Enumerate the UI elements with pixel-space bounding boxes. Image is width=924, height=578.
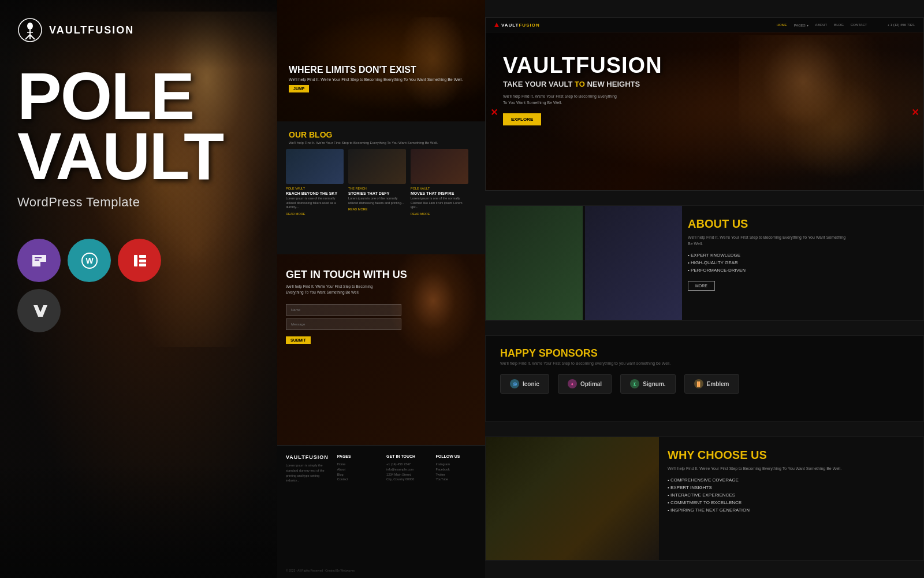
why-content: WHY CHOOSE US We'll help Find It. We're … — [668, 449, 910, 515]
svg-line-4 — [30, 35, 35, 39]
limits-btn[interactable]: JUMP — [289, 85, 309, 92]
footer-brand-text: Lorem ipsum is simply the standard dummy… — [286, 463, 329, 483]
signum-icon: Σ — [630, 379, 639, 388]
footer-section: VAULTFUSION Lorem ipsum is simply the st… — [277, 445, 485, 578]
sponsor-signum-label: Signum. — [643, 381, 665, 387]
mockup-navbar: VAULTFUSION HOME PAGES ▾ ABOUT BLOG CONT… — [486, 18, 923, 32]
nav-contact[interactable]: CONTACT — [851, 23, 867, 27]
footer-pages-title: PAGES — [337, 454, 378, 458]
about-img-1 — [486, 206, 583, 321]
about-content: ABOUT US We'll help Find It. We're Your … — [688, 217, 907, 291]
svg-rect-6 — [35, 257, 42, 258]
mockup-desc: We'll help Find It. We're Your First Ste… — [503, 93, 619, 106]
bottom-overlay — [0, 462, 277, 578]
plugin-icon-wordpress: W — [68, 239, 111, 282]
contact-title: GET IN TOUCH WITH US — [286, 269, 407, 281]
mockup-nav: HOME PAGES ▾ ABOUT BLOG CONTACT — [777, 23, 867, 27]
sponsor-optimal-label: Optimal — [580, 381, 602, 387]
about-feat-3: • PERFORMANCE-DRIVEN — [688, 268, 907, 273]
mockup-logo-text: VAULTFUSION — [501, 23, 540, 28]
sponsor-emblem: ▐▌ Emblem — [684, 374, 739, 394]
why-title: WHY CHOOSE US — [668, 449, 910, 462]
why-features: • COMPREHENSIVE COVERAGE • EXPERT INSIGH… — [668, 477, 910, 513]
read-more-1[interactable]: READ MORE — [286, 212, 344, 216]
footer-contact-title: GET IN TOUCH — [386, 454, 427, 458]
why-feat-5: • INSPIRING THE NEXT GENERATION — [668, 507, 910, 513]
mockup-hero-area: ✕ ✕ VAULTFUSION TAKE YOUR VAULT TO NEW H… — [486, 32, 923, 191]
footer-social-links: InstagramFacebookTwitterYouTube — [436, 462, 476, 482]
svg-text:W: W — [85, 256, 94, 265]
blog-sub: We'll help Find It. We're Your First Ste… — [289, 141, 474, 144]
hero-x-left: ✕ — [490, 106, 498, 117]
read-more-3[interactable]: READ MORE — [411, 212, 468, 216]
sponsor-logos: ◎ Iconic ♦ Optimal Σ Signum. ▐▌ Emblem — [500, 374, 909, 394]
blog-ctitle-1: REACH BEYOND THE SKY — [286, 191, 344, 195]
left-hero-section: VAULTFUSION POLE VAULT WordPress Templat… — [0, 0, 277, 578]
svg-rect-12 — [139, 260, 146, 262]
mockup-explore-btn[interactable]: EXPLORE — [503, 113, 541, 125]
nav-blog[interactable]: BLOG — [834, 23, 844, 27]
plugin-icons-grid: W — [17, 239, 179, 332]
right-section: WHERE LIMITS DON'T EXIST We'll help Find… — [277, 0, 924, 578]
nav-pages[interactable]: PAGES ▾ — [794, 23, 808, 27]
footer-social-title: FOLLOW US — [436, 454, 476, 458]
iconic-icon: ◎ — [510, 379, 519, 388]
sponsor-signum: Σ Signum. — [620, 374, 675, 394]
svg-rect-7 — [35, 260, 39, 261]
about-more-btn[interactable]: MORE — [688, 281, 715, 291]
blog-card-3: POLE VAULT MOVES THAT INSPIRE Lorem ipsu… — [411, 149, 468, 216]
title-line2: VAULT — [17, 127, 266, 187]
why-feat-3: • INTERACTIVE EXPERIENCES — [668, 492, 910, 498]
footer-pages-links: HomeAboutBlogContact — [337, 462, 378, 482]
footer-content: VAULTFUSION Lorem ipsum is simply the st… — [277, 446, 485, 492]
emblem-icon: ▐▌ — [694, 379, 703, 388]
nav-about[interactable]: ABOUT — [815, 23, 828, 27]
nav-home[interactable]: HOME — [777, 23, 787, 27]
read-more-2[interactable]: READ MORE — [348, 208, 406, 211]
hero-x-right: ✕ — [911, 106, 919, 117]
about-section: ABOUT US We'll help Find It. We're Your … — [485, 205, 924, 321]
contact-sub: We'll help Find It. We're Your First Ste… — [286, 284, 378, 295]
mockup-hero-content: VAULTFUSION TAKE YOUR VAULT TO NEW HEIGH… — [503, 55, 662, 125]
why-feat-2: • EXPERT INSIGHTS — [668, 485, 910, 490]
footer-logo: VAULTFUSION — [286, 454, 329, 460]
sponsors-content: HAPPY SPONSORS We'll help Find It. We're… — [486, 336, 923, 405]
logo-icon — [17, 17, 43, 43]
sponsor-emblem-label: Emblem — [707, 381, 729, 387]
hero-area-athlete — [739, 35, 900, 188]
blog-ctext-3: Lorem ipsum is one of the normally Claim… — [411, 197, 468, 210]
blog-img-1 — [286, 149, 344, 184]
why-section: WHY CHOOSE US We'll help Find It. We're … — [485, 436, 924, 561]
blog-tag-1: POLE VAULT — [286, 187, 344, 190]
svg-rect-11 — [139, 255, 146, 258]
about-feat-1: • EXPERT KNOWLEDGE — [688, 253, 907, 258]
brand-name: VAULTFUSION — [49, 24, 134, 36]
contact-submit-btn[interactable]: SUBMIT — [286, 336, 311, 344]
blog-header: OUR BLOG We'll help Find It. We're Your … — [277, 121, 485, 149]
mockup-logo-icon — [494, 23, 499, 27]
blog-ctitle-2: STORIES THAT DEFY — [348, 191, 406, 195]
blog-img-3 — [411, 149, 468, 184]
main-title-block: POLE VAULT — [17, 66, 266, 186]
footer-social-col: FOLLOW US InstagramFacebookTwitterYouTub… — [436, 454, 476, 483]
about-images — [486, 206, 682, 321]
blog-ctext-2: Lorem ipsum is one of the normally utili… — [348, 197, 406, 205]
footer-contact-col: GET IN TOUCH +1 (14) 456 7347info@exampl… — [386, 454, 427, 483]
sponsors-title: HAPPY SPONSORS — [500, 347, 909, 360]
right-panels: VAULTFUSION HOME PAGES ▾ ABOUT BLOG CONT… — [485, 0, 924, 578]
blog-card-1: POLE VAULT REACH BEYOND THE SKY Lorem ip… — [286, 149, 344, 216]
why-desc: We'll help Find It. We're Your First Ste… — [668, 465, 910, 472]
sponsors-sub: We'll help Find It. We're Your First Ste… — [500, 361, 909, 365]
plugin-icon-quick — [17, 239, 61, 282]
contact-name-input[interactable] — [286, 304, 401, 316]
contact-section: GET IN TOUCH WITH US We'll help Find It.… — [277, 254, 485, 445]
svg-rect-13 — [139, 264, 146, 266]
why-image — [486, 437, 659, 561]
logo-area: VAULTFUSION — [17, 17, 266, 43]
sponsor-iconic-label: Iconic — [523, 381, 539, 387]
blog-card-2: THE REACH STORIES THAT DEFY Lorem ipsum … — [348, 149, 406, 216]
about-features: • EXPERT KNOWLEDGE • HIGH-QUALITY GEAR •… — [688, 253, 907, 273]
contact-message-input[interactable] — [286, 318, 401, 330]
footer-brand-col: VAULTFUSION Lorem ipsum is simply the st… — [286, 454, 329, 483]
hero-subtitle: WordPress Template — [17, 195, 266, 210]
